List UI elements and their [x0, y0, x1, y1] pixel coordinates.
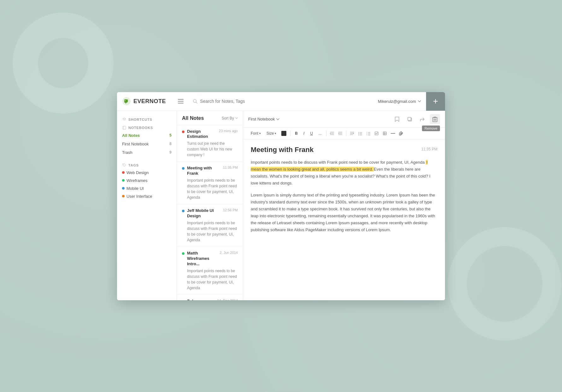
sidebar-tag-mobile-ui[interactable]: Mobile UI	[117, 184, 177, 192]
header: EVERNOTE Mikerulz@gmail.com +	[117, 92, 445, 111]
bold-button[interactable]: B	[292, 130, 300, 137]
copy-button[interactable]	[405, 114, 415, 124]
sidebar-tag-user-interface[interactable]: User Interface	[117, 192, 177, 200]
editor-paragraph-1: Important points needs to be discuss wit…	[251, 159, 437, 187]
svg-rect-39	[383, 132, 386, 135]
note-item-meeting-frank[interactable]: Meeting with Frank 11:35 PM Important po…	[177, 162, 243, 204]
mobile-ui-label: Mobile UI	[126, 186, 144, 191]
color-box	[281, 131, 286, 136]
attachment-button[interactable]	[397, 130, 405, 137]
note-header-jeff-mobile: Jeff Mobile UI Design 12:56 PM	[182, 208, 238, 219]
svg-rect-4	[178, 103, 184, 103]
note-header-matth-wireframes: Matth Wireframes Intro... 2, Jun 2014	[182, 251, 238, 267]
note-preview-jeff-mobile: Important points needs to be discuss wit…	[182, 220, 238, 243]
note-title-jeff-mobile: Jeff Mobile UI Design	[187, 208, 220, 219]
wireframes-label: Wireframes	[126, 178, 147, 183]
note-time-jeff-mobile: 12:56 PM	[223, 208, 238, 212]
size-dropdown[interactable]: Size	[264, 130, 279, 137]
add-note-button[interactable]: +	[426, 92, 445, 111]
note-time-zuker-facebook: 14, Dec 2014	[217, 299, 238, 300]
shortcuts-label: SHORTCUTS	[117, 115, 177, 123]
align-icon	[350, 132, 354, 135]
sidebar-item-all-notes[interactable]: All Notes 5	[117, 131, 177, 140]
note-item-zuker-facebook[interactable]: Zuker Facebook UI 14, Dec 2014 Important…	[177, 295, 243, 300]
list-ul-icon	[358, 132, 362, 135]
add-icon: +	[433, 97, 438, 106]
shortcuts-icon	[122, 117, 126, 122]
editor-panel: First Notebook	[243, 111, 445, 300]
format-separator-2	[326, 131, 326, 136]
sort-by-button[interactable]: Sort By	[222, 116, 238, 120]
editor-header-row: Meeting with Frank 11:35 PM	[251, 146, 437, 154]
ordered-list-button[interactable]: 1. 2. 3.	[365, 130, 372, 137]
bookmark-button[interactable]	[392, 114, 402, 124]
indent-button[interactable]	[337, 130, 344, 137]
font-dropdown[interactable]: Font	[248, 130, 263, 137]
unordered-list-button[interactable]	[356, 130, 364, 137]
note-time-design-estimation: 23 mins ago	[219, 129, 238, 133]
svg-line-6	[196, 102, 197, 103]
svg-point-30	[358, 135, 359, 135]
svg-point-26	[358, 132, 359, 133]
menu-icon[interactable]	[174, 99, 188, 103]
divider-icon	[391, 133, 395, 134]
attachment-icon	[399, 131, 403, 136]
first-notebook-count: 8	[169, 142, 172, 146]
sidebar-item-trash[interactable]: Trash 9	[117, 148, 177, 157]
user-email: Mikerulz@gmail.com	[378, 99, 416, 104]
note-header-meeting-frank: Meeting with Frank 11:35 PM	[182, 166, 238, 176]
svg-point-28	[358, 133, 359, 134]
notebook-selector[interactable]: First Notebook	[248, 117, 279, 121]
note-item-matth-wireframes[interactable]: Matth Wireframes Intro... 2, Jun 2014 Im…	[177, 247, 243, 295]
sort-dropdown-icon	[235, 117, 238, 119]
text-color-button[interactable]	[279, 130, 288, 137]
note-item-jeff-mobile[interactable]: Jeff Mobile UI Design 12:56 PM Important…	[177, 204, 243, 247]
notes-list: All Notes Sort By Design Estimation 23 m…	[177, 111, 243, 300]
note-header-zuker-facebook: Zuker Facebook UI 14, Dec 2014	[182, 299, 238, 300]
editor-body-text[interactable]: Important points needs to be discuss wit…	[251, 159, 437, 234]
user-interface-dot	[122, 195, 125, 197]
notes-list-title: All Notes	[182, 115, 204, 121]
align-button[interactable]	[348, 130, 356, 137]
note-header-design-estimation: Design Estimation 23 mins ago	[182, 129, 238, 140]
more-button[interactable]: ...	[316, 130, 324, 137]
notebooks-icon	[122, 126, 126, 130]
remove-tooltip: Remove	[422, 126, 440, 131]
web-design-dot	[122, 171, 125, 174]
svg-rect-3	[178, 101, 184, 102]
editor-action-buttons: Remove	[392, 114, 440, 124]
notebooks-section-label: NOTEBOOKS	[117, 123, 177, 131]
sidebar-tag-web-design[interactable]: Web Design	[117, 169, 177, 177]
table-icon	[383, 132, 387, 135]
editor-content[interactable]: Meeting with Frank 11:35 PM Important po…	[243, 139, 445, 300]
main-layout: SHORTCUTS NOTEBOOKS All Notes 5 First No…	[117, 111, 445, 300]
user-menu[interactable]: Mikerulz@gmail.com	[373, 99, 426, 104]
note-dot-meeting-frank	[182, 167, 184, 170]
indent-icon	[338, 132, 342, 135]
table-button[interactable]	[381, 130, 389, 137]
copy-icon	[407, 117, 412, 122]
bookmark-icon	[395, 116, 400, 122]
divider-button[interactable]	[389, 130, 397, 137]
checkbox-button[interactable]	[373, 130, 380, 137]
svg-point-9	[123, 164, 124, 165]
sidebar: SHORTCUTS NOTEBOOKS All Notes 5 First No…	[117, 111, 177, 300]
format-separator-1	[290, 131, 290, 136]
note-title-meeting-frank: Meeting with Frank	[187, 166, 220, 176]
share-button[interactable]	[417, 114, 427, 124]
underline-button[interactable]: U	[307, 130, 315, 137]
notebook-dropdown-icon	[276, 118, 279, 120]
italic-button[interactable]: I	[301, 130, 307, 137]
share-icon	[420, 117, 425, 122]
svg-rect-2	[178, 99, 184, 100]
outdent-button[interactable]	[328, 130, 336, 137]
note-item-design-estimation[interactable]: Design Estimation 23 mins ago Turns out …	[177, 125, 243, 162]
note-time-matth-wireframes: 2, Jun 2014	[220, 251, 238, 255]
tags-icon	[122, 163, 126, 167]
delete-button[interactable]: Remove	[430, 114, 440, 124]
sidebar-item-first-notebook[interactable]: First Notebook 8	[117, 140, 177, 148]
search-icon	[193, 99, 197, 104]
sidebar-tag-wireframes[interactable]: Wireframes	[117, 177, 177, 184]
mobile-ui-dot	[122, 187, 125, 190]
search-input[interactable]	[200, 99, 368, 104]
